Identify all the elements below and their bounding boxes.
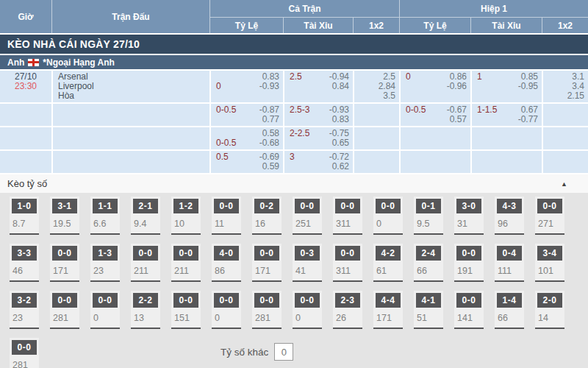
odds-cell-h1-overunder <box>470 151 542 173</box>
odds-cell-h1-1x2: 3.13.42.15 <box>542 71 588 102</box>
odds-cell-h1-overunder: 10.85-0.95 <box>470 71 542 102</box>
collapse-arrow-icon[interactable]: ▲ <box>561 180 567 188</box>
score-box: 0-0 <box>335 199 360 213</box>
time-cell <box>0 151 51 173</box>
score-row: 3-2230-02810-002-2130-01510-000-02810-00… <box>0 291 588 329</box>
score-card: 1-16.6 <box>90 197 120 235</box>
score-box: 1-1 <box>93 199 118 213</box>
time-cell <box>0 127 51 149</box>
odds-value: 3.5 <box>383 91 395 101</box>
score-card: 4-4171 <box>373 291 403 329</box>
handicap-value: 2-2.5 <box>290 129 309 138</box>
header-sub-full-1x2: 1x2 <box>353 17 399 33</box>
score-card: 0-0281 <box>252 291 282 329</box>
score-box: 0-3 <box>295 246 320 261</box>
odds-cell-full-handicap: 0.580-0.5-0.68 <box>209 127 283 149</box>
score-box: 0-0 <box>456 246 481 261</box>
score-odds: 111 <box>495 261 524 276</box>
odds-value: -0.68 <box>259 138 279 148</box>
score-box: 2-0 <box>537 293 562 308</box>
score-odds: 96 <box>495 213 524 229</box>
score-box: 4-2 <box>376 246 401 261</box>
odds-value: -0.96 <box>447 82 467 91</box>
score-box: 4-4 <box>376 293 401 308</box>
match-cell <box>51 151 209 173</box>
score-grid: 1-08.73-119.51-16.62-19.41-2100-0110-216… <box>0 197 588 368</box>
handicap-value: 0-0.5 <box>216 138 236 148</box>
odds-cell-h1-overunder <box>470 127 542 149</box>
score-box: 0-0 <box>456 293 481 308</box>
score-odds: 0 <box>373 213 403 229</box>
draw-label: Hòa <box>53 91 209 101</box>
handicap-value: 3 <box>290 152 295 162</box>
odds-cell-full-overunder: 2.5-0.940.84 <box>283 71 353 102</box>
score-odds: 66 <box>414 261 443 276</box>
score-odds: 66 <box>495 308 524 323</box>
time-cell <box>0 104 51 126</box>
score-odds: 8.7 <box>10 213 39 229</box>
header-sub-full-overunder: Tài Xỉu <box>283 17 353 33</box>
score-box: 3-1 <box>52 199 77 213</box>
odds-cell-h1-handicap <box>399 127 470 149</box>
score-odds: 151 <box>171 308 201 323</box>
score-section-header: Kèo tỷ số ▲ <box>0 173 588 193</box>
league-name: *Ngoại Hạng Anh <box>43 57 115 68</box>
score-card: 0-00 <box>373 197 403 235</box>
odds-cell-full-1x2 <box>353 127 399 149</box>
handicap-value: 2.5 <box>290 72 302 82</box>
score-odds: 61 <box>373 261 403 276</box>
score-card: 1-210 <box>171 197 201 235</box>
score-box: 2-1 <box>133 199 158 213</box>
score-section-title: Kèo tỷ số <box>7 178 47 189</box>
odds-cell-full-1x2 <box>353 151 399 173</box>
score-card: 0-0311 <box>333 244 362 282</box>
score-odds: 211 <box>131 261 160 276</box>
score-card: 0-0281 <box>10 338 39 368</box>
score-odds: 31 <box>454 213 484 229</box>
score-odds: 51 <box>414 308 443 323</box>
score-card: 0-0171 <box>50 244 79 282</box>
score-card: 0-0171 <box>252 244 282 282</box>
score-odds: 311 <box>333 261 362 276</box>
odds-cell-full-overunder: 2-2.5-0.750.65 <box>283 127 353 149</box>
score-card: 4-396 <box>495 197 524 235</box>
score-card: 0-0211 <box>171 244 201 282</box>
score-card: 0-0141 <box>454 291 484 329</box>
odds-value: 2.15 <box>567 91 584 101</box>
header-sub-h1-overunder: Tài Xỉu <box>470 17 542 33</box>
score-card: 2-19.4 <box>131 197 160 235</box>
score-box: 2-3 <box>335 293 360 308</box>
odds-value: -0.93 <box>259 82 279 91</box>
score-odds: 101 <box>535 261 564 276</box>
odds-cell-full-1x2 <box>353 104 399 126</box>
score-card: 0-0251 <box>293 197 322 235</box>
score-card: 0-00 <box>90 291 120 329</box>
score-card: 0-216 <box>252 197 282 235</box>
odds-cell-full-handicap: 0.830-0.93 <box>209 71 283 102</box>
odds-cell-full-overunder: 2.5-3-0.930.83 <box>283 104 353 126</box>
score-odds: 9.5 <box>414 213 443 229</box>
score-odds: 16 <box>252 213 282 229</box>
odds-cell-h1-1x2 <box>542 104 588 126</box>
score-card: 0-0151 <box>171 291 201 329</box>
score-box: 0-0 <box>173 246 198 261</box>
score-box: 0-0 <box>335 246 360 261</box>
header-sub-full-odds: Tỷ Lệ <box>209 17 283 33</box>
handicap-value: 1 <box>477 72 482 82</box>
header-col-time: Giờ <box>0 0 51 33</box>
score-odds: 0 <box>90 308 120 323</box>
league-bar: Anh *Ngoại Hạng Anh <box>0 55 588 69</box>
score-odds: 281 <box>252 308 282 323</box>
match-time: 23:30 <box>0 82 51 91</box>
score-box: 0-0 <box>214 293 239 308</box>
score-card: 3-119.5 <box>50 197 79 235</box>
score-odds: 171 <box>50 261 79 276</box>
score-box: 0-0 <box>254 293 279 308</box>
score-box: 0-0 <box>537 199 562 213</box>
score-box: 0-0 <box>52 293 77 308</box>
england-flag-icon <box>28 59 39 66</box>
score-odds: 6.6 <box>90 213 120 229</box>
odds-value: -0.95 <box>518 82 538 91</box>
score-odds: 211 <box>171 261 201 276</box>
score-odds: 281 <box>50 308 79 323</box>
